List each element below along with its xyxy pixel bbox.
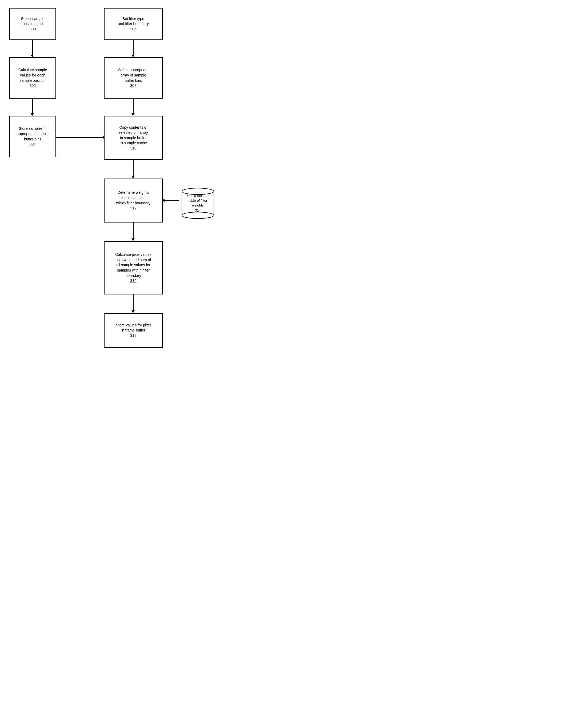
box-302-text: Calculate samplevalues for eachsample po… [18, 67, 47, 83]
box-304-text: Store samples inappropriate samplebuffer… [17, 126, 49, 142]
arrowhead-302-304 [31, 113, 34, 116]
arrow-310-312 [133, 160, 134, 177]
box-302-id: 302 [30, 83, 36, 88]
arrowhead-314-312 [162, 199, 164, 202]
box-316: Calculate pixel valuesas a weighted sum … [104, 241, 163, 294]
arrowhead-312-316 [131, 238, 135, 241]
box-302: Calculate samplevalues for eachsample po… [9, 57, 56, 99]
box-318-text: Store values for pixelin frame buffer [116, 323, 151, 333]
box-304: Store samples inappropriate samplebuffer… [9, 116, 56, 157]
box-314-text: Use a look-uptable of filterweights [187, 194, 208, 207]
arrow-312-316 [133, 223, 134, 239]
arrow-314-312 [163, 200, 179, 201]
arrow-304-310 [56, 137, 104, 138]
box-304-id: 304 [30, 142, 36, 147]
arrow-302-304 [32, 99, 33, 114]
box-314-id: 314 [195, 208, 201, 212]
arrowhead-300-302 [31, 55, 34, 57]
box-300: Select sampleposition grid 300 [9, 8, 56, 40]
box-312-text: Determine weight'sfor all sampleswithin … [116, 190, 150, 206]
box-318: Store values for pixelin frame buffer 31… [104, 313, 163, 348]
box-316-id: 316 [130, 278, 136, 284]
box-308: Select appropriatearray of samplebuffer … [104, 57, 163, 99]
box-310-text: Copy contents ofselected bin arrayin sam… [119, 125, 148, 146]
arrow-308-310 [133, 99, 134, 114]
arrowhead-316-318 [131, 310, 135, 313]
arrowhead-308-310 [131, 113, 135, 116]
arrow-316-318 [133, 294, 134, 311]
box-312-id: 312 [130, 206, 136, 211]
box-318-id: 318 [130, 333, 136, 338]
svg-point-4 [182, 212, 214, 219]
box-308-text: Select appropriatearray of samplebuffer … [118, 67, 148, 83]
arrow-300-302 [32, 40, 33, 55]
box-306: Set filter typeand filter boundary 306 [104, 8, 163, 40]
arrow-306-308 [133, 40, 134, 55]
box-306-text: Set filter typeand filter boundary [118, 16, 149, 27]
flowchart-diagram: Select sampleposition grid 300 Calculate… [0, 0, 284, 364]
box-300-id: 300 [30, 27, 36, 32]
box-310: Copy contents ofselected bin arrayin sam… [104, 116, 163, 160]
box-308-id: 308 [130, 83, 136, 88]
box-306-id: 306 [130, 27, 136, 32]
box-316-text: Calculate pixel valuesas a weighted sum … [115, 252, 151, 278]
arrowhead-310-312 [131, 176, 135, 179]
box-300-text: Select sampleposition grid [21, 16, 45, 27]
box-312: Determine weight'sfor all sampleswithin … [104, 179, 163, 223]
box-310-id: 310 [130, 146, 136, 151]
arrowhead-306-308 [131, 55, 135, 57]
box-314: Use a look-uptable of filterweights 314 [179, 186, 216, 221]
